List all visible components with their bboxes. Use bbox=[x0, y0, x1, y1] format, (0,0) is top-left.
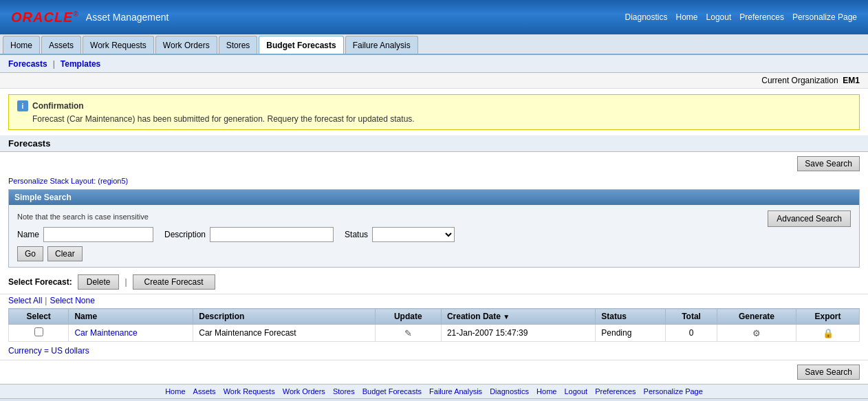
search-fields-row: Name Description Status Pending Complete bbox=[17, 227, 851, 242]
top-header: ORACLE® Asset Management Diagnostics Hom… bbox=[0, 0, 868, 34]
delete-button[interactable]: Delete bbox=[78, 274, 120, 290]
col-creation-date: Creation Date ▼ bbox=[441, 309, 595, 325]
save-search-bottom-area: Save Search bbox=[0, 360, 868, 384]
clear-button[interactable]: Clear bbox=[47, 246, 83, 261]
personalize-stack-link[interactable]: Personalize Stack Layout: (region5) bbox=[0, 175, 136, 186]
col-generate: Generate bbox=[717, 309, 796, 325]
export-icon[interactable]: 🔒 bbox=[823, 328, 834, 338]
advanced-search-button[interactable]: Advanced Search bbox=[768, 210, 851, 227]
footer-work-orders[interactable]: Work Orders bbox=[283, 387, 325, 395]
footer-nav: Home Assets Work Requests Work Orders St… bbox=[0, 384, 868, 398]
simple-search-body: Note that the search is case insensitive… bbox=[9, 205, 859, 267]
description-field-group: Description bbox=[164, 227, 334, 242]
go-button[interactable]: Go bbox=[17, 246, 43, 261]
confirmation-message: Forecast (Car Maintenance) has been subm… bbox=[17, 114, 851, 124]
select-links-area: Select All | Select None bbox=[0, 294, 868, 308]
section-header-forecasts: Forecasts bbox=[0, 136, 868, 152]
col-status: Status bbox=[596, 309, 666, 325]
select-all-link[interactable]: Select All bbox=[8, 296, 42, 305]
description-input[interactable] bbox=[210, 227, 334, 242]
oracle-logo: ORACLE® bbox=[11, 10, 79, 25]
save-search-top-area: Save Search bbox=[0, 152, 868, 175]
tab-stores[interactable]: Stores bbox=[219, 36, 258, 54]
select-links-separator: | bbox=[45, 296, 47, 305]
top-nav-logout[interactable]: Logout bbox=[706, 12, 732, 22]
footer-home[interactable]: Home bbox=[165, 387, 185, 395]
description-label: Description bbox=[164, 230, 206, 239]
main-nav: Home Assets Work Requests Work Orders St… bbox=[0, 34, 868, 55]
subnav-templates[interactable]: Templates bbox=[61, 59, 100, 69]
footer-diagnostics[interactable]: Diagnostics bbox=[490, 387, 529, 395]
footer-logout[interactable]: Logout bbox=[565, 387, 588, 395]
status-select[interactable]: Pending Complete bbox=[372, 227, 455, 242]
confirmation-heading: Confirmation bbox=[32, 101, 84, 111]
confirmation-box: i Confirmation Forecast (Car Maintenance… bbox=[8, 94, 860, 130]
top-nav-home[interactable]: Home bbox=[676, 12, 698, 22]
footer-preferences[interactable]: Preferences bbox=[595, 387, 636, 395]
subnav-separator: | bbox=[53, 59, 55, 69]
table-row: Car Maintenance Car Maintenance Forecast… bbox=[9, 325, 860, 342]
tab-assets[interactable]: Assets bbox=[41, 36, 81, 54]
cell-total: 0 bbox=[666, 325, 717, 342]
org-value: EM1 bbox=[843, 76, 860, 85]
footer-assets[interactable]: Assets bbox=[193, 387, 216, 395]
logo-area: ORACLE® Asset Management bbox=[11, 10, 169, 25]
top-nav-diagnostics[interactable]: Diagnostics bbox=[625, 12, 667, 22]
cell-generate: ⚙ bbox=[717, 325, 796, 342]
sub-nav: Forecasts | Templates bbox=[0, 55, 868, 73]
cell-creation-date: 21-Jan-2007 15:47:39 bbox=[441, 325, 595, 342]
search-note: Note that the search is case insensitive bbox=[17, 213, 149, 221]
top-nav-preferences[interactable]: Preferences bbox=[739, 12, 784, 22]
tab-work-orders[interactable]: Work Orders bbox=[155, 36, 217, 54]
name-input[interactable] bbox=[43, 227, 153, 242]
select-none-link[interactable]: Select None bbox=[50, 296, 94, 305]
tab-failure-analysis[interactable]: Failure Analysis bbox=[345, 36, 418, 54]
name-label: Name bbox=[17, 230, 39, 239]
footer-failure-analysis[interactable]: Failure Analysis bbox=[429, 387, 482, 395]
col-name: Name bbox=[69, 309, 193, 325]
cell-description: Car Maintenance Forecast bbox=[193, 325, 375, 342]
footer-home2[interactable]: Home bbox=[536, 387, 556, 395]
save-search-bottom-button[interactable]: Save Search bbox=[797, 365, 860, 380]
app-title: Asset Management bbox=[86, 12, 169, 23]
select-forecast-label: Select Forecast: bbox=[8, 277, 72, 287]
search-buttons-row: Go Clear bbox=[17, 246, 851, 261]
col-update: Update bbox=[375, 309, 441, 325]
tab-work-requests[interactable]: Work Requests bbox=[83, 36, 154, 54]
status-field-group: Status Pending Complete bbox=[345, 227, 455, 242]
cell-name: Car Maintenance bbox=[69, 325, 193, 342]
footer-stores[interactable]: Stores bbox=[333, 387, 355, 395]
name-field-group: Name bbox=[17, 227, 153, 242]
save-search-top-button[interactable]: Save Search bbox=[797, 156, 860, 171]
col-description: Description bbox=[193, 309, 375, 325]
currency-note: Currency = US dollars bbox=[0, 342, 868, 360]
bottom-bar: About this Page Privacy Statement Copyri… bbox=[0, 398, 868, 401]
top-nav-personalize[interactable]: Personalize Page bbox=[792, 12, 857, 22]
personalize-link-area: Personalize Stack Layout: (region5) bbox=[0, 175, 868, 186]
footer-budget-forecasts[interactable]: Budget Forecasts bbox=[362, 387, 422, 395]
cell-status: Pending bbox=[596, 325, 666, 342]
tab-budget-forecasts[interactable]: Budget Forecasts bbox=[259, 36, 343, 54]
cell-export: 🔒 bbox=[796, 325, 860, 342]
table-wrapper: Select Name Description Update Creation … bbox=[0, 308, 868, 342]
subnav-forecasts[interactable]: Forecasts bbox=[8, 59, 47, 69]
sort-icon-creation-date: ▼ bbox=[503, 313, 510, 321]
generate-icon[interactable]: ⚙ bbox=[752, 328, 761, 338]
edit-icon[interactable]: ✎ bbox=[404, 328, 412, 338]
row-checkbox[interactable] bbox=[34, 327, 43, 336]
forecasts-table: Select Name Description Update Creation … bbox=[8, 308, 860, 342]
controls-separator: | bbox=[124, 277, 127, 287]
simple-search-box: Simple Search Note that the search is ca… bbox=[8, 189, 860, 268]
footer-personalize[interactable]: Personalize Page bbox=[644, 387, 703, 395]
footer-work-requests[interactable]: Work Requests bbox=[224, 387, 275, 395]
simple-search-header: Simple Search bbox=[9, 190, 859, 205]
forecast-controls: Select Forecast: Delete | Create Forecas… bbox=[0, 270, 868, 294]
org-label: Current Organization bbox=[761, 76, 838, 85]
table-header-row: Select Name Description Update Creation … bbox=[9, 309, 860, 325]
create-forecast-button[interactable]: Create Forecast bbox=[133, 274, 215, 290]
confirm-icon: i bbox=[17, 100, 28, 111]
car-maintenance-link[interactable]: Car Maintenance bbox=[74, 328, 137, 338]
top-nav: Diagnostics Home Logout Preferences Pers… bbox=[625, 12, 857, 22]
cell-update: ✎ bbox=[375, 325, 441, 342]
tab-home[interactable]: Home bbox=[3, 36, 40, 54]
